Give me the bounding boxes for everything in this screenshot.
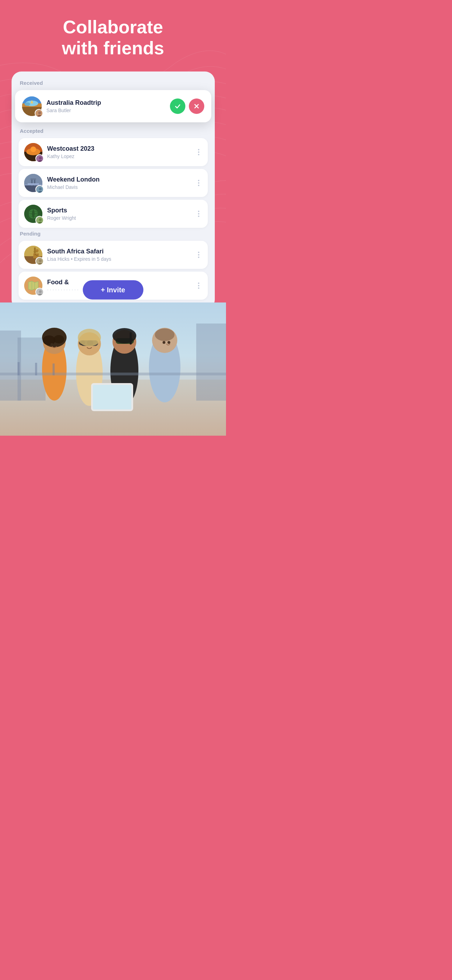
westcoast-menu[interactable] <box>195 148 202 157</box>
svg-point-47 <box>39 290 42 293</box>
received-label: Received <box>19 80 208 86</box>
africa-menu[interactable] <box>195 250 202 259</box>
main-card: Received <box>11 72 215 310</box>
hero-title: Collaborate with friends <box>48 17 178 59</box>
svg-point-72 <box>155 328 175 341</box>
svg-rect-76 <box>18 362 20 375</box>
sports-title: Sports <box>47 207 190 214</box>
friends-photo-section <box>0 302 226 436</box>
pending-section: Pending <box>19 231 208 300</box>
lisa-avatar <box>35 257 44 265</box>
svg-point-58 <box>54 335 64 344</box>
london-card: Weekend London Michael Davis <box>19 169 208 197</box>
london-menu[interactable] <box>195 178 202 188</box>
australia-info: Australia Roadtrip Sara Butler <box>46 99 165 113</box>
sports-menu[interactable] <box>195 209 202 218</box>
svg-rect-52 <box>18 337 46 401</box>
svg-point-12 <box>30 146 36 152</box>
africa-subtitle: Lisa Hicks • Expires in 5 days <box>47 256 190 262</box>
svg-rect-75 <box>0 372 226 375</box>
kathy-avatar <box>35 154 44 162</box>
australia-title: Australia Roadtrip <box>46 99 165 107</box>
svg-point-7 <box>38 111 41 114</box>
invite-actions <box>170 99 204 114</box>
africa-info: South Africa Safari Lisa Hicks • Expires… <box>47 248 190 262</box>
svg-point-32 <box>39 218 42 221</box>
svg-rect-78 <box>53 363 55 375</box>
invite-button[interactable]: + Invite <box>83 280 143 299</box>
pending-label: Pending <box>19 231 208 237</box>
invite-btn-container: + Invite <box>83 280 143 299</box>
sara-avatar <box>35 109 43 118</box>
australia-roadtrip-card: Australia Roadtrip Sara Butler <box>15 90 211 123</box>
friends-photo <box>0 302 226 436</box>
svg-point-43 <box>39 259 42 262</box>
svg-point-57 <box>43 336 56 345</box>
africa-card: South Africa Safari Lisa Hicks • Expires… <box>19 241 208 269</box>
food-row-container: Food & · · · · · · · · · · · · + Invite <box>19 272 208 300</box>
received-section: Australia Roadtrip Sara Butler <box>19 90 208 123</box>
svg-point-4 <box>24 102 30 106</box>
reject-button[interactable] <box>189 99 204 114</box>
svg-point-38 <box>36 249 38 252</box>
svg-point-68 <box>113 328 136 344</box>
svg-rect-69 <box>130 332 132 345</box>
svg-rect-23 <box>28 183 39 185</box>
svg-rect-53 <box>196 323 226 401</box>
australia-subtitle: Sara Butler <box>46 108 165 113</box>
svg-point-79 <box>51 343 53 346</box>
food-person-avatar <box>35 288 44 296</box>
sports-subtitle: Roger Wright <box>47 215 190 221</box>
svg-rect-36 <box>34 247 36 254</box>
svg-point-80 <box>56 343 58 346</box>
westcoast-card: Westcoast 2023 Kathy Lopez <box>19 138 208 166</box>
london-info: Weekend London Michael Davis <box>47 176 190 190</box>
michael-avatar <box>35 185 44 194</box>
svg-rect-40 <box>35 254 36 255</box>
australia-avatar-container <box>22 96 42 116</box>
svg-rect-41 <box>37 255 38 256</box>
svg-rect-77 <box>35 363 37 375</box>
sports-info: Sports Roger Wright <box>47 207 190 221</box>
sports-avatar-container <box>24 205 42 223</box>
svg-rect-20 <box>30 178 33 180</box>
food-menu[interactable] <box>195 281 202 290</box>
svg-point-14 <box>39 157 42 159</box>
africa-avatar-container <box>24 246 42 264</box>
accept-button[interactable] <box>170 99 185 114</box>
westcoast-info: Westcoast 2023 Kathy Lopez <box>47 145 190 159</box>
svg-point-82 <box>167 341 170 344</box>
svg-point-25 <box>39 188 42 190</box>
svg-point-64 <box>78 329 101 346</box>
africa-title: South Africa Safari <box>47 248 190 255</box>
westcoast-title: Westcoast 2023 <box>47 145 190 153</box>
roger-avatar <box>35 216 44 224</box>
london-subtitle: Michael Davis <box>47 185 190 190</box>
london-avatar-container <box>24 174 42 192</box>
svg-rect-21 <box>33 178 36 180</box>
accepted-label: Accepted <box>19 128 208 134</box>
svg-rect-74 <box>93 385 131 409</box>
accepted-section: Accepted <box>19 128 208 228</box>
westcoast-avatar-container <box>24 143 42 161</box>
london-title: Weekend London <box>47 176 190 183</box>
food-avatar-container <box>24 277 42 295</box>
westcoast-subtitle: Kathy Lopez <box>47 154 190 159</box>
svg-point-81 <box>162 341 166 344</box>
sports-card: Sports Roger Wright <box>19 200 208 228</box>
